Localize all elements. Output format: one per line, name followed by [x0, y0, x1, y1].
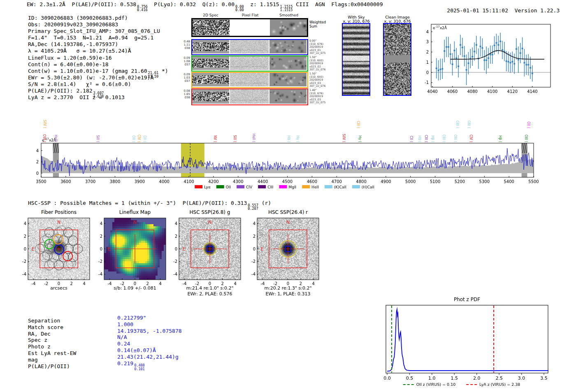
header-summary: EW: 2.3±1.2Å P(LAE)/P(OII): 0.5380.7560.… — [27, 1, 383, 12]
header-meta: 2025-01-01 15:11:02 Version 1.22.3 — [434, 1, 560, 20]
match-value-7-frac-0: 0.4880.101 — [134, 364, 145, 371]
hsc-g-cutout — [163, 216, 246, 287]
spec2d-row-2-meta: 1.50"(310, 693)20200919v023_03307_LU_076 — [309, 72, 325, 88]
info-line-3-text-0: F=1.4" T=0.153 N=1.21 A=0.94 g=25.1 — [28, 35, 153, 41]
header-summary-text-6: CIII AGN Flags:0x00400009 — [293, 1, 383, 7]
weight-value: 0.09 — [180, 56, 190, 60]
info-line-5: λ = 4105.29Å σ = 10.27(±5.24)Å — [28, 48, 168, 54]
with-sky-panel — [342, 23, 370, 96]
fiber-meta-line: 307_LU_075 — [309, 101, 325, 104]
match-value-text-2: 14.193785, -1.075878 — [117, 328, 182, 334]
match-value-text-4: 0.24 — [117, 341, 130, 347]
weight-value: 037 — [180, 63, 190, 66]
info-line-0: ID: 3090206883 (3090206883.pdf) — [28, 15, 168, 21]
spec2d-col-header-2: Pixel Flat — [232, 13, 269, 17]
match-value-0: 0.212799" — [117, 315, 182, 321]
info-line-8-text-2: *) — [158, 68, 168, 74]
weight-value: 1.65 — [180, 93, 190, 96]
info-line-9: EWr = 5.30(±2.80) (w: -2.70(±0.02)e19)Å — [28, 74, 168, 81]
header-spacer — [508, 7, 515, 14]
info-line-3: F=1.4" T=0.153 N=1.21 A=0.94 g=25.1 — [28, 35, 168, 41]
hsc-match-summary-text-0: HSC-SSP : Possible Matches = 1 (within +… — [28, 200, 247, 206]
hsc-match-summary: HSC-SSP : Possible Matches = 1 (within +… — [28, 200, 271, 211]
info-line-2: Primary Spec_Slot_IFU_AMP: 307_085_076_L… — [28, 28, 168, 35]
header-summary-text-2: P(Lyα): 0.032 Q(z): 0.00 — [148, 1, 235, 7]
spec2d-fiber-canvas-2 — [192, 73, 307, 86]
info-line-6-text-0: LineFlux = 1.20(±0.59)e-16 — [28, 55, 112, 61]
info-line-10-text-0: S/N = 2.8(±1.4) χ² = 0.6(±0.0) — [28, 81, 131, 87]
header-summary-frac-bot: 0.00 — [235, 8, 244, 12]
full-spectrum-plot — [25, 110, 551, 193]
match-value-5: 0.14(±0.07)Å — [117, 347, 182, 354]
match-value-1: 1.000 — [117, 321, 182, 328]
fiber-meta-line: 307_LU_075 — [309, 52, 325, 55]
spec2d-weighted-canvas — [193, 19, 307, 36]
weight-value: 1.11 — [180, 43, 190, 46]
report-timestamp: 2025-01-01 15:11:02 — [447, 7, 508, 14]
spec2d-row-0-meta: 0.00"(310, 676)20200919v023_01307_LU_075 — [309, 39, 325, 55]
fiber-meta-line: 307_LU_076 — [309, 85, 325, 88]
match-table-values: 0.212799"1.00014.193785, -1.075878N/A0.2… — [117, 315, 182, 371]
match-value-text-7: 0.219 — [117, 360, 133, 366]
match-value-text-3: N/A — [117, 334, 127, 340]
match-label-6: mag — [28, 357, 76, 363]
weight-value: 038 — [180, 96, 190, 99]
weight-value: 0.08 — [180, 89, 190, 93]
info-line-5-text-0: λ = 4105.29Å σ = 10.27(±5.24)Å — [28, 48, 131, 54]
hsc-g-title: HSC SSP(26.8) g — [165, 209, 255, 215]
match-value-text-5: 0.14(±0.07)Å — [117, 347, 156, 353]
match-value-6: 21.43(21.42,21.44)g — [117, 354, 182, 360]
info-line-6: LineFlux = 1.20(±0.59)e-16 — [28, 55, 168, 61]
info-line-12-text-0: LyA z = 2.3770 OII z = 0.1013 — [28, 94, 125, 100]
header-summary-frac-bot: 0.416 — [137, 8, 148, 12]
match-label-4: Photo z — [28, 343, 76, 350]
spec2d-col-header-3: Smoothed — [270, 13, 307, 17]
weight-value: 037 — [180, 79, 190, 83]
spec2d-row-3-weights: 0.081.65038 — [180, 89, 190, 100]
spec2d-row-2-weights: 0.091.03037 — [180, 73, 190, 83]
spec2d-weighted-row — [191, 18, 308, 37]
weight-value: 1.08 — [180, 60, 190, 63]
header-summary-frac-3: 0.000.00 — [235, 5, 244, 12]
info-line-11-text-0: P(LAE)/P(OII): 2.182 — [28, 88, 93, 94]
fiber-meta-line: 307_LU_076 — [309, 68, 325, 72]
spec2d-row-1-meta: 1.50"(310, 693)20200919v023_02307_LU_076 — [309, 56, 325, 72]
hsc-r-caption: m:20.2 re:1.3" s:0.2" — [239, 285, 337, 291]
spec2d-fiber-row-1 — [191, 56, 308, 72]
spec2d-fiber-row-2 — [191, 72, 308, 88]
header-summary-frac-1: 0.7560.416 — [137, 5, 148, 12]
with-sky-image — [343, 24, 369, 95]
elixer-report-page: EW: 2.3±1.2Å P(LAE)/P(OII): 0.5380.7560.… — [0, 0, 576, 392]
header-summary-text-0: EW: 2.3±1.2Å P(LAE)/P(OII): 0.538 — [27, 1, 136, 7]
spec2d-fiber-canvas-3 — [192, 89, 307, 104]
info-line-11: P(LAE)/P(OII): 2.1823.6071.638 — [28, 88, 168, 94]
info-line-2-text-0: Primary Spec_Slot_IFU_AMP: 307_085_076_L… — [28, 28, 160, 34]
line-fit-plot — [420, 19, 560, 103]
header-summary-text-4: z: 1.1515 — [244, 1, 279, 7]
spec2d-row-1-weights: 0.091.08037 — [180, 56, 190, 67]
weight-value: 0.09 — [180, 73, 190, 76]
info-line-4-text-0: RA,Dec (14.193786,-1.075937) — [28, 41, 118, 47]
info-line-1-text-0: Obs: 20200919v023_3090206883 — [28, 21, 118, 28]
match-value-text-0: 0.212799" — [117, 315, 146, 321]
match-label-7: P(LAE)/P(OII) — [28, 363, 76, 370]
info-line-0-text-0: ID: 3090206883 (3090206883.pdf) — [28, 15, 128, 21]
spec2d-fiber-canvas-1 — [192, 56, 307, 70]
info-line-8: Cont(w) = 1.10(±0.01)e-17 (gmag 21.6021.… — [28, 68, 168, 74]
info-line-7: Cont(n) = 6.40(±0.00)e-18 — [28, 61, 168, 68]
header-summary-frac-bot: 1.1515 — [280, 8, 293, 12]
match-label-2: RA, Dec — [28, 331, 76, 337]
header-summary-frac-5: 1.15151.1515 — [280, 5, 293, 12]
info-line-4: RA,Dec (14.193786,-1.075937) — [28, 41, 168, 48]
match-value-text-1: 1.000 — [117, 321, 133, 327]
weight-value: 1.03 — [180, 76, 190, 79]
hsc-match-summary-text-2: (r) — [258, 200, 271, 206]
clean-image-panel — [383, 23, 411, 96]
clean-image — [384, 24, 411, 95]
version-label: Version 1.22.3 — [515, 7, 560, 14]
spec2d-col-header-1: 2D Spec — [192, 13, 229, 17]
match-label-1: Match score — [28, 324, 76, 331]
detection-info-block: ID: 3090206883 (3090206883.pdf)Obs: 2020… — [28, 15, 168, 101]
weight-value: 038 — [180, 46, 190, 50]
hsc-r-stats: EWr: 1, PLAE: 0.313 — [239, 291, 337, 297]
